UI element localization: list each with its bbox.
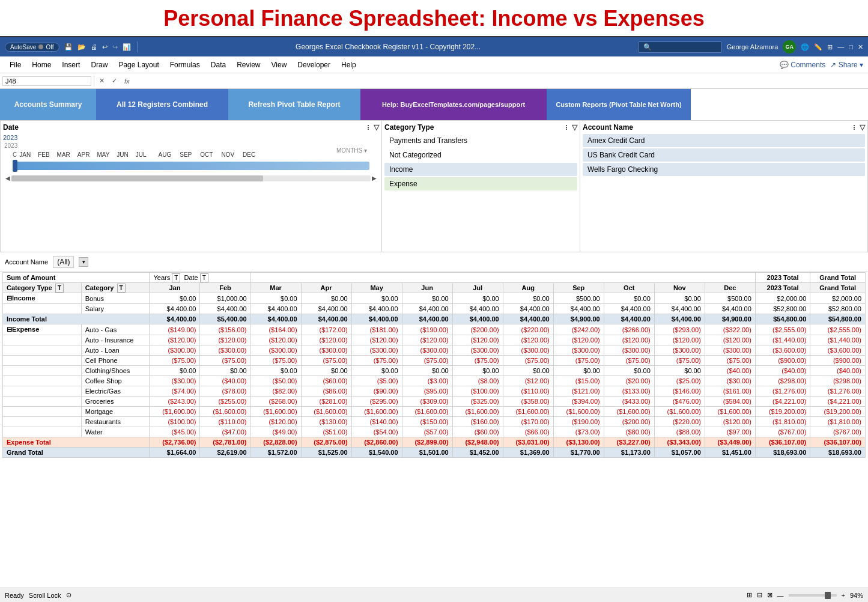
autosave-state: Off	[46, 44, 53, 50]
undo-icon[interactable]: ↩	[102, 43, 108, 51]
minimize-icon[interactable]: —	[837, 43, 844, 50]
income-total-mar: $4,400.00	[250, 314, 301, 324]
expense-restaurants-row: Restaurants ($100.00) ($110.00) ($120.00…	[3, 417, 866, 427]
th-nov: Nov	[654, 283, 705, 293]
income-salary-cat: Salary	[81, 304, 150, 314]
income-salary-apr: $4,400.00	[301, 304, 351, 314]
years-filter-label: Years T Date T	[150, 273, 250, 283]
date-filter-sort-icon[interactable]: ⫶	[366, 123, 370, 132]
income-bonus-grand: $2,000.00	[810, 293, 866, 304]
menu-data[interactable]: Data	[206, 59, 231, 71]
account-filter-label: Account Name	[583, 123, 633, 132]
pivot-filter-row: Account Name (All) ▾	[0, 252, 868, 272]
menu-developer[interactable]: Developer	[293, 59, 335, 71]
acc-amex-item[interactable]: Amex Credit Card	[583, 134, 865, 147]
cat-type-filter-icon[interactable]: T	[55, 284, 64, 293]
income-bonus-oct: $0.00	[604, 293, 654, 304]
pivot-account-dropdown[interactable]: ▾	[79, 257, 88, 267]
income-bonus-apr: $0.00	[301, 293, 351, 304]
autosave-dot	[38, 44, 43, 49]
exp-cell-cat: Cell Phone	[81, 356, 150, 366]
accounts-summary-btn[interactable]: Accounts Summary	[0, 89, 96, 120]
exp-water-cat: Water	[81, 427, 150, 437]
search-box[interactable]: 🔍	[638, 41, 722, 53]
date-filter-funnel-icon[interactable]: ▽	[374, 123, 379, 132]
menu-formulas[interactable]: Formulas	[165, 59, 205, 71]
acc-filter-sort-icon[interactable]: ⫶	[852, 123, 856, 132]
income-total-jun: $4,400.00	[402, 314, 452, 324]
mar-label: MAR	[57, 151, 70, 158]
menu-page-layout[interactable]: Page Layout	[114, 59, 163, 71]
income-total-2023: $54,800.00	[755, 314, 810, 324]
income-salary-total: $52,800.00	[755, 304, 810, 314]
jun-label: JUN	[117, 151, 128, 158]
formula-input[interactable]	[135, 77, 866, 85]
reports-btn[interactable]: Custom Reports (Pivot Table Net Worth)	[547, 89, 691, 120]
expense-electric-row: Electric/Gas ($74.00) ($78.00) ($82.00) …	[3, 386, 866, 397]
years-filter-icon[interactable]: T	[172, 273, 180, 282]
income-salary-jan: $4,400.00	[150, 304, 200, 314]
autosave-pill[interactable]: AutoSave Off	[5, 43, 59, 52]
menu-file[interactable]: File	[5, 59, 26, 71]
income-section-label: ⊟Income	[3, 293, 82, 304]
acc-usbank-item[interactable]: US Bank Credit Card	[583, 148, 865, 162]
th-aug: Aug	[503, 283, 553, 293]
income-total-nov: $4,400.00	[654, 314, 705, 324]
menu-help[interactable]: Help	[336, 59, 361, 71]
pen-icon[interactable]: ✏️	[814, 43, 822, 51]
file-title: Georges Excel Checkbook Register v11 - C…	[144, 43, 633, 51]
cat-filter-sort-icon[interactable]: ⫶	[565, 123, 568, 132]
menu-view[interactable]: View	[267, 59, 292, 71]
comments-btn[interactable]: 💬 Comments	[780, 61, 825, 69]
menu-bar: File Home Insert Draw Page Layout Formul…	[0, 56, 868, 73]
restore-icon[interactable]: □	[849, 43, 853, 50]
exp-auto-ins-cat: Auto - Insurance	[81, 335, 150, 345]
feb-label: FEB	[38, 151, 49, 158]
menu-home[interactable]: Home	[27, 59, 56, 71]
help-btn[interactable]: Help: BuyExcelTemplates.com/pages/suppor…	[360, 89, 547, 120]
pivot-account-label: Account Name	[5, 258, 48, 266]
share-btn[interactable]: ↗ Share ▾	[830, 61, 863, 69]
print-icon[interactable]: 🖨	[91, 43, 97, 50]
th-cat-type: Category Type T	[3, 283, 82, 293]
cat-filter-icon[interactable]: T	[117, 284, 126, 293]
exp-coffee-cat: Coffee Shop	[81, 376, 150, 386]
date-filter-icon[interactable]: T	[200, 273, 208, 282]
filter-section: Date ⫶ ▽ 2023 MONTHS ▾ 2023 C JAN FEB MA…	[0, 120, 868, 252]
exp-electric-cat: Electric/Gas	[81, 386, 150, 397]
exp-auto-ins-type	[3, 335, 82, 345]
user-name: George Alzamora	[727, 43, 778, 50]
income-total-row: Income Total $4,400.00 $5,400.00 $4,400.…	[3, 314, 866, 324]
menu-review[interactable]: Review	[232, 59, 265, 71]
view-icon[interactable]: ⊞	[827, 43, 833, 51]
close-icon[interactable]: ✕	[858, 43, 863, 51]
menu-draw[interactable]: Draw	[86, 59, 112, 71]
scroll-left-icon[interactable]: ◀	[5, 175, 10, 181]
acc-filter-funnel-icon[interactable]: ▽	[860, 123, 865, 132]
cat-income-item[interactable]: Income	[384, 163, 577, 176]
registers-btn[interactable]: All 12 Registers Combined	[96, 89, 228, 120]
cell-reference[interactable]	[2, 76, 91, 86]
c-label: C	[13, 151, 17, 158]
acc-wells-item[interactable]: Wells Fargo Checking	[583, 163, 865, 176]
save-icon[interactable]: 💾	[64, 43, 73, 51]
exp-auto-gas-apr: ($172.00)	[301, 324, 351, 335]
refresh-btn[interactable]: Refresh Pivot Table Report	[228, 89, 360, 120]
exp-auto-gas-jul: ($200.00)	[452, 324, 503, 335]
th-may: May	[351, 283, 402, 293]
cat-expense-item[interactable]: Expense	[384, 177, 577, 190]
th-dec: Dec	[705, 283, 755, 293]
excel-icon[interactable]: 📊	[123, 43, 131, 51]
income-total-grand: $54,800.00	[810, 314, 866, 324]
cat-payments-item[interactable]: Payments and Transfers	[384, 134, 577, 147]
cat-filter-funnel-icon[interactable]: ▽	[572, 123, 577, 132]
income-salary-sep: $4,400.00	[553, 304, 604, 314]
income-bonus-cat: Bonus	[81, 293, 150, 304]
menu-insert[interactable]: Insert	[57, 59, 85, 71]
redo-icon[interactable]: ↪	[112, 43, 118, 51]
scroll-right-icon[interactable]: ▶	[372, 175, 377, 181]
open-icon[interactable]: 📂	[77, 43, 86, 51]
expense-clothing-row: Clothing/Shoes $0.00 $0.00 $0.00 $0.00 $…	[3, 366, 866, 376]
globe-icon[interactable]: 🌐	[801, 43, 809, 51]
cat-not-categorized-item[interactable]: Not Categorized	[384, 148, 577, 162]
